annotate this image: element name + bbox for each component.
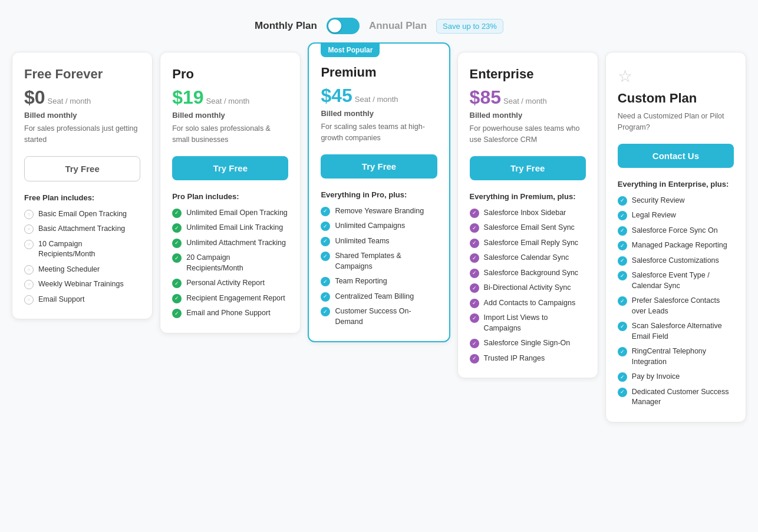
feature-text: 10 Campaign Recipients/Month xyxy=(38,239,140,260)
feature-item: ✓ Remove Yesware Branding xyxy=(321,206,437,217)
feature-item: ✓ Salesforce Single Sign-On xyxy=(470,338,586,349)
feature-text: Personal Activity Report xyxy=(186,278,265,289)
check-icon: ✓ xyxy=(618,256,627,266)
feature-list: ○ Basic Email Open Tracking ○ Basic Atta… xyxy=(24,209,140,305)
check-icon: ✓ xyxy=(470,253,479,263)
check-icon: ✓ xyxy=(470,209,479,218)
feature-text: Bi-Directional Activity Sync xyxy=(484,283,571,293)
feature-list: ✓ Remove Yesware Branding ✓ Unlimited Ca… xyxy=(321,206,437,328)
feature-item: ○ Weekly Webinar Trainings xyxy=(24,279,140,290)
check-icon: ✓ xyxy=(618,388,627,397)
feature-item: ✓ Recipient Engagement Report xyxy=(172,293,288,304)
circle-icon: ○ xyxy=(24,280,34,289)
plan-price-row: $45 Seat / month xyxy=(321,85,437,107)
feature-item: ✓ Salesforce Event Type / Calendar Sync xyxy=(618,270,734,291)
features-header: Everything in Enterprise, plus: xyxy=(618,180,734,189)
feature-item: ○ Basic Attachment Tracking xyxy=(24,224,140,234)
feature-text: Meeting Scheduler xyxy=(38,265,100,275)
feature-item: ✓ Scan Salesforce Alternative Email Fiel… xyxy=(618,321,734,342)
check-icon: ✓ xyxy=(618,347,627,356)
check-icon: ✓ xyxy=(172,239,182,248)
plan-desc: For solo sales professionals & small bus… xyxy=(172,123,288,146)
feature-text: Centralized Team Billing xyxy=(335,292,414,302)
feature-item: ✓ Trusted IP Ranges xyxy=(470,353,586,364)
plan-card-pro: Pro $19 Seat / month Billed monthlyFor s… xyxy=(160,52,301,333)
cta-button-free[interactable]: Try Free xyxy=(24,156,140,181)
check-icon: ✓ xyxy=(618,296,627,306)
feature-text: Unlimited Attachment Tracking xyxy=(186,238,286,249)
feature-item: ✓ Centralized Team Billing xyxy=(321,292,437,302)
feature-text: Legal Review xyxy=(632,210,676,221)
feature-item: ✓ Shared Templates & Campaigns xyxy=(321,251,437,272)
feature-list: ✓ Security Review ✓ Legal Review ✓ Sales… xyxy=(618,196,734,408)
check-icon: ✓ xyxy=(618,241,627,250)
check-icon: ✓ xyxy=(618,196,627,206)
price-amount: $19 xyxy=(172,87,203,108)
cta-button-premium[interactable]: Try Free xyxy=(321,154,437,179)
circle-icon: ○ xyxy=(24,295,34,305)
feature-text: Team Reporting xyxy=(335,276,387,287)
feature-text: Salesforce Background Sync xyxy=(484,268,579,279)
cta-button-pro[interactable]: Try Free xyxy=(172,156,288,180)
feature-text: Unlimited Campaigns xyxy=(335,221,405,232)
check-icon: ✓ xyxy=(172,209,182,218)
check-icon: ✓ xyxy=(470,239,479,248)
circle-icon: ○ xyxy=(24,240,34,249)
billing-toggle[interactable] xyxy=(327,18,360,34)
feature-text: Security Review xyxy=(632,196,685,206)
feature-item: ✓ Salesforce Calendar Sync xyxy=(470,253,586,263)
feature-item: ✓ Unlimited Attachment Tracking xyxy=(172,238,288,249)
plan-card-enterprise: Enterprise $85 Seat / month Billed month… xyxy=(457,52,598,378)
features-header: Free Plan includes: xyxy=(24,193,140,202)
features-header: Pro Plan includes: xyxy=(172,192,288,201)
billed-text: Billed monthly xyxy=(321,109,437,118)
check-icon: ✓ xyxy=(172,279,182,288)
price-amount: $0 xyxy=(24,87,45,108)
check-icon: ✓ xyxy=(470,269,479,278)
feature-text: RingCentral Telephony Integration xyxy=(632,346,734,367)
feature-item: ○ 10 Campaign Recipients/Month xyxy=(24,239,140,260)
check-icon: ✓ xyxy=(470,354,479,364)
cta-button-enterprise[interactable]: Try Free xyxy=(470,156,586,180)
check-icon: ✓ xyxy=(618,211,627,220)
check-icon: ✓ xyxy=(172,294,182,303)
feature-item: ✓ Pay by Invoice xyxy=(618,372,734,382)
feature-text: Salesforce Event Type / Calendar Sync xyxy=(632,270,734,291)
feature-text: Email and Phone Support xyxy=(186,308,270,319)
check-icon: ✓ xyxy=(172,223,182,233)
feature-item: ✓ Prefer Salesforce Contacts over Leads xyxy=(618,296,734,316)
billed-text: Billed monthly xyxy=(470,111,586,120)
plan-card-premium: Most PopularPremium $45 Seat / month Bil… xyxy=(308,42,450,342)
feature-item: ✓ Salesforce Email Sent Sync xyxy=(470,223,586,233)
check-icon: ✓ xyxy=(321,237,330,246)
feature-text: Recipient Engagement Report xyxy=(186,293,285,304)
check-icon: ✓ xyxy=(618,271,627,280)
feature-text: Salesforce Calendar Sync xyxy=(484,253,569,263)
billing-toggle-bar: Monthly Plan Annual Plan Save up to 23% xyxy=(12,12,746,34)
plan-card-custom: ☆Custom PlanNeed a Customized Plan or Pi… xyxy=(605,52,746,422)
plan-name: Premium xyxy=(321,65,437,80)
feature-item: ✓ 20 Campaign Recipients/Month xyxy=(172,253,288,273)
feature-item: ✓ Legal Review xyxy=(618,210,734,221)
toggle-knob xyxy=(328,19,341,32)
price-amount: $45 xyxy=(321,85,352,107)
feature-text: Unlimited Email Link Tracking xyxy=(186,223,283,233)
cta-button-custom[interactable]: Contact Us xyxy=(618,144,734,168)
feature-item: ✓ Unlimited Email Link Tracking xyxy=(172,223,288,233)
circle-icon: ○ xyxy=(24,265,34,275)
feature-text: Customer Success On-Demand xyxy=(335,306,437,327)
check-icon: ✓ xyxy=(470,299,479,308)
check-icon: ✓ xyxy=(321,307,330,316)
billed-text: Billed monthly xyxy=(172,111,288,120)
price-unit: Seat / month xyxy=(503,97,547,105)
monthly-label: Monthly Plan xyxy=(255,20,317,32)
feature-list: ✓ Salesforce Inbox Sidebar ✓ Salesforce … xyxy=(470,208,586,364)
feature-text: Managed Package Reporting xyxy=(632,240,727,251)
circle-icon: ○ xyxy=(24,224,34,234)
feature-text: Add Contacts to Campaigns xyxy=(484,298,576,309)
feature-item: ✓ Personal Activity Report xyxy=(172,278,288,289)
feature-item: ✓ Unlimited Teams xyxy=(321,236,437,247)
feature-text: Weekly Webinar Trainings xyxy=(38,279,124,290)
feature-item: ✓ Salesforce Email Reply Sync xyxy=(470,238,586,249)
feature-text: Salesforce Single Sign-On xyxy=(484,338,571,349)
